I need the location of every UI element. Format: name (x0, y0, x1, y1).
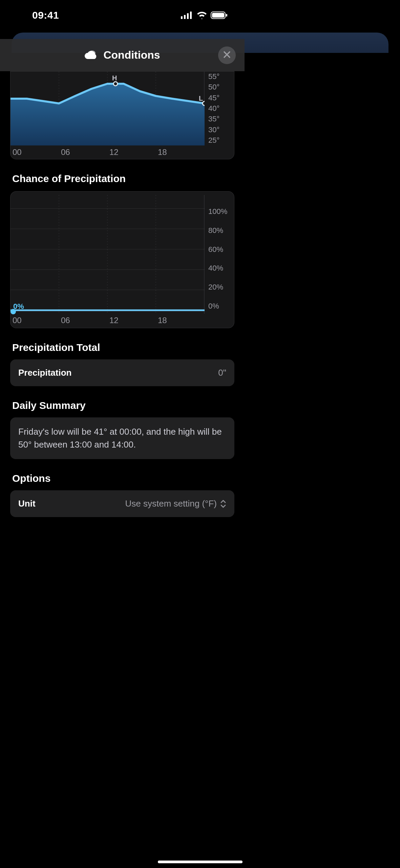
section-title-precip-total: Precipitation Total (12, 342, 232, 353)
cellular-icon (181, 12, 193, 19)
svg-rect-3 (190, 12, 192, 19)
precip-total-row[interactable]: Precipitation 0" (10, 359, 234, 386)
cloud-icon (84, 50, 98, 61)
temp-x-axis: 00 06 12 18 (10, 147, 205, 157)
x-tick: 00 (10, 147, 59, 157)
battery-icon (211, 12, 228, 19)
y-tick: 35° (208, 115, 234, 123)
status-indicators (181, 12, 228, 19)
x-tick: 12 (107, 147, 156, 157)
daily-summary-card: Friday's low will be 41° at 00:00, and t… (10, 417, 234, 459)
page-title: Conditions (103, 49, 160, 61)
x-tick: 00 (10, 316, 59, 325)
precip-label: Precipitation (18, 368, 71, 378)
temperature-chart[interactable]: H L 55° 50° 45° 40° 35° 30° 25° 00 06 12… (10, 71, 234, 159)
section-title-options: Options (12, 473, 232, 484)
svg-rect-6 (226, 14, 227, 17)
wifi-icon (196, 12, 207, 19)
temp-y-axis: 55° 50° 45° 40° 35° 30° 25° (204, 72, 234, 145)
low-marker: L (199, 95, 203, 102)
y-tick: 30° (208, 125, 234, 134)
x-tick: 18 (156, 147, 204, 157)
unit-label: Unit (18, 498, 36, 509)
y-tick: 20% (208, 283, 234, 292)
precip-chance-chart[interactable]: 0% 100% 80% 60% 40% 20% 0% 00 06 12 18 (10, 191, 234, 328)
section-title-precip-chance: Chance of Precipitation (12, 173, 232, 184)
y-tick: 55° (208, 72, 234, 81)
y-tick: 45° (208, 94, 234, 102)
close-icon (223, 51, 231, 59)
svg-rect-0 (181, 16, 183, 19)
daily-summary-text: Friday's low will be 41° at 00:00, and t… (18, 426, 226, 451)
up-down-chevron-icon (220, 499, 226, 508)
y-tick: 80% (208, 226, 234, 235)
pop-y-axis: 100% 80% 60% 40% 20% 0% (204, 207, 234, 311)
high-marker: H (112, 74, 117, 82)
precip-chance-current-dot (10, 309, 16, 314)
section-title-summary: Daily Summary (12, 400, 232, 411)
y-tick: 40° (208, 104, 234, 113)
status-time: 09:41 (15, 9, 59, 21)
svg-rect-1 (184, 15, 186, 19)
precip-value: 0" (218, 368, 226, 378)
x-tick: 06 (59, 316, 107, 325)
x-tick: 12 (107, 316, 156, 325)
y-tick: 25° (208, 136, 234, 145)
x-tick: 06 (59, 147, 107, 157)
sheet-header: Conditions (0, 39, 245, 71)
y-tick: 100% (208, 207, 234, 216)
y-tick: 50° (208, 83, 234, 92)
svg-rect-2 (187, 13, 189, 19)
y-tick: 0% (208, 302, 234, 311)
y-tick: 60% (208, 245, 234, 254)
svg-point-12 (113, 82, 118, 86)
y-tick: 40% (208, 264, 234, 273)
status-bar: 09:41 (0, 0, 245, 31)
pop-x-axis: 00 06 12 18 (10, 316, 205, 325)
svg-rect-5 (212, 13, 224, 18)
unit-option-row[interactable]: Unit Use system setting (°F) (10, 490, 234, 517)
close-button[interactable] (218, 46, 236, 64)
x-tick: 18 (156, 316, 204, 325)
unit-value: Use system setting (°F) (125, 498, 217, 509)
